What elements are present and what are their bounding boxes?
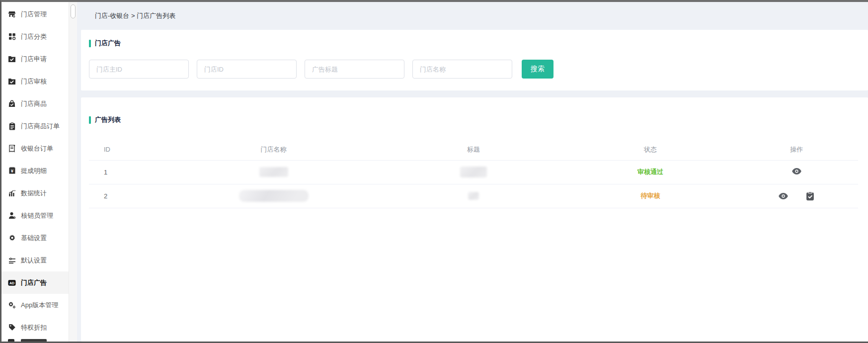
clipped-icon <box>8 339 14 342</box>
search-panel: 门店广告 搜索 <box>81 30 868 90</box>
table-row: 2 待审核 <box>89 184 858 208</box>
sidebar-item-default-settings[interactable]: 默认设置 <box>1 249 69 271</box>
column-header-store-name: 门店名称 <box>166 139 381 160</box>
search-panel-title: 门店广告 <box>89 39 858 48</box>
view-icon[interactable] <box>779 193 788 199</box>
sidebar-item-label: 特权折扣 <box>21 323 47 332</box>
cell-ad-title <box>381 160 566 184</box>
sidebar-item-label: 门店管理 <box>21 10 47 19</box>
svg-text:¥: ¥ <box>10 168 13 173</box>
sidebar-item-commission-details[interactable]: ¥ 数据统计 提成明细 <box>1 160 69 182</box>
ad-list-title-text: 广告列表 <box>95 115 121 124</box>
sidebar-item-basic-settings[interactable]: 基础设置 <box>1 227 69 249</box>
redacted-store-name <box>259 167 288 177</box>
tag-icon <box>8 324 16 332</box>
sidebar-item-label: 门店商品 <box>21 99 47 108</box>
sliders-icon <box>8 257 16 264</box>
sidebar-item-label: 核销员管理 <box>21 211 53 220</box>
folder-check-icon <box>8 78 16 86</box>
column-header-actions: 操作 <box>735 139 858 160</box>
sidebar-item-label: 默认设置 <box>21 256 47 265</box>
search-filters: 搜索 <box>89 60 858 79</box>
view-icon[interactable] <box>792 168 801 174</box>
sidebar-item-store-audit[interactable]: 门店审核 <box>1 70 69 92</box>
svg-text:AD: AD <box>9 281 14 285</box>
redacted-ad-title <box>468 192 479 200</box>
audit-clipboard-check-icon[interactable] <box>806 191 814 201</box>
sidebar-item-label: 门店审核 <box>21 77 47 86</box>
column-header-title: 标题 <box>381 139 566 160</box>
yen-badge-icon: ¥ <box>8 167 16 175</box>
bar-chart-icon <box>8 189 16 197</box>
bag-check-icon <box>8 100 16 108</box>
column-header-id: ID <box>89 139 166 160</box>
sidebar-item-label: 门店分类 <box>21 32 47 41</box>
store-owner-id-input[interactable] <box>89 60 189 79</box>
sidebar-item-label: 数据统计 <box>21 189 47 198</box>
sidebar-item-label: 提成明细 <box>21 167 47 175</box>
receipt-icon <box>8 145 16 153</box>
clipboard-list-icon <box>8 122 16 130</box>
breadcrumb: 门店-收银台 > 门店广告列表 <box>77 2 868 30</box>
gear-icon <box>8 234 16 242</box>
redacted-store-name <box>239 190 309 202</box>
clipped-label <box>21 339 47 342</box>
store-icon <box>8 10 16 18</box>
status-badge: 审核通过 <box>566 160 735 184</box>
ad-title-input[interactable] <box>305 60 404 79</box>
sidebar-item-label: 门店商品订单 <box>21 122 60 131</box>
table-header-row: ID 门店名称 标题 状态 操作 <box>89 139 858 160</box>
store-name-input[interactable] <box>412 60 512 79</box>
title-accent-bar <box>89 116 91 124</box>
sidebar-item-store-category[interactable]: 门店分类 <box>1 25 69 48</box>
sidebar-item-label: 门店广告 <box>21 278 47 287</box>
title-accent-bar <box>89 40 91 47</box>
sidebar-item-store-ads[interactable]: AD 门店广告 <box>1 271 69 294</box>
status-badge: 待审核 <box>566 184 735 208</box>
search-button[interactable]: 搜索 <box>522 60 553 79</box>
cell-id: 2 <box>89 184 166 208</box>
sidebar-scrollbar[interactable] <box>69 2 77 342</box>
sidebar-item-label: 收银台订单 <box>21 144 53 153</box>
ad-table: ID 门店名称 标题 状态 操作 1 审核通过 <box>89 139 858 208</box>
scrollbar-thumb[interactable] <box>71 4 76 18</box>
app-window: 门店管理 门店分类 门店申请 门店审核 门店商品 门店商品订单 收银台订单 ¥ <box>0 0 868 343</box>
sidebar-item-store-goods-orders[interactable]: 门店商品订单 <box>1 115 69 137</box>
main-content: 门店-收银台 > 门店广告列表 门店广告 搜索 广告列表 <box>77 2 868 342</box>
redacted-ad-title <box>460 167 487 177</box>
ad-list-panel: 广告列表 ID 门店名称 标题 状态 操作 1 <box>81 97 868 342</box>
cell-store-name <box>166 184 381 208</box>
user-gear-icon <box>8 212 16 220</box>
sidebar-item-verifier-management[interactable]: 核销员管理 <box>1 204 69 227</box>
sidebar-item-label: App版本管理 <box>21 301 58 310</box>
sidebar-item-store-goods[interactable]: 门店商品 <box>1 92 69 115</box>
column-header-status: 状态 <box>566 139 735 160</box>
sidebar-item-store-management[interactable]: 门店管理 <box>1 3 69 25</box>
table-row: 1 审核通过 <box>89 160 858 184</box>
ad-list-title: 广告列表 <box>89 115 858 124</box>
cell-id: 1 <box>89 160 166 184</box>
sidebar-item-privilege-discount[interactable]: 特权折扣 <box>1 316 69 339</box>
cell-actions <box>735 160 858 184</box>
sidebar-item-store-apply[interactable]: 门店申请 <box>1 48 69 70</box>
double-gear-icon <box>8 301 16 309</box>
sidebar-item-cashier-orders[interactable]: 收银台订单 <box>1 137 69 160</box>
cell-store-name <box>166 160 381 184</box>
sidebar-item-label: 基础设置 <box>21 234 47 243</box>
sidebar-item-partial[interactable] <box>1 339 69 342</box>
sidebar-item-app-version[interactable]: App版本管理 <box>1 294 69 316</box>
sidebar-item-label: 门店申请 <box>21 55 47 64</box>
search-panel-title-text: 门店广告 <box>95 39 121 48</box>
cell-ad-title <box>381 184 566 208</box>
sidebar-item-data-statistics[interactable]: 数据统计 <box>1 182 69 204</box>
folder-check-icon <box>8 55 16 63</box>
sidebar: 门店管理 门店分类 门店申请 门店审核 门店商品 门店商品订单 收银台订单 ¥ <box>1 2 69 342</box>
cell-actions <box>735 184 858 208</box>
store-id-input[interactable] <box>197 60 297 79</box>
ad-badge-icon: AD <box>8 279 16 287</box>
panel-gap <box>77 90 868 97</box>
category-grid-icon <box>8 33 16 41</box>
